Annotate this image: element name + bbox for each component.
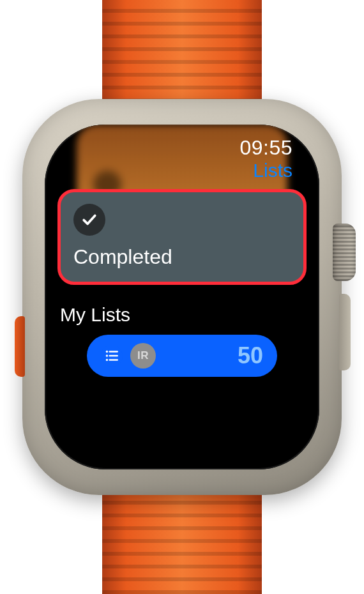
watch-case: Flagged 09:55 Lists Completed My Lists bbox=[22, 99, 342, 495]
screen-title[interactable]: Lists bbox=[253, 160, 292, 181]
svg-point-2 bbox=[106, 354, 108, 356]
watch-screen: Flagged 09:55 Lists Completed My Lists bbox=[45, 125, 319, 469]
svg-point-0 bbox=[106, 351, 108, 353]
shared-avatar: IR bbox=[130, 343, 156, 369]
side-button[interactable] bbox=[339, 294, 351, 370]
svg-point-4 bbox=[106, 359, 108, 361]
list-card-completed[interactable]: Completed bbox=[57, 189, 307, 285]
clock-time: 09:55 bbox=[239, 136, 292, 160]
list-card-label: Completed bbox=[73, 245, 291, 269]
list-item-reminders[interactable]: IR 50 bbox=[87, 335, 277, 377]
status-bar: 09:55 Lists bbox=[57, 136, 307, 181]
digital-crown[interactable] bbox=[333, 224, 356, 281]
action-button[interactable] bbox=[15, 316, 25, 377]
section-header-my-lists: My Lists bbox=[60, 304, 304, 326]
list-bullet-icon bbox=[101, 345, 123, 367]
list-item-count: 50 bbox=[238, 342, 263, 369]
avatar-initials: IR bbox=[137, 349, 149, 362]
checkmark-icon bbox=[73, 204, 105, 236]
